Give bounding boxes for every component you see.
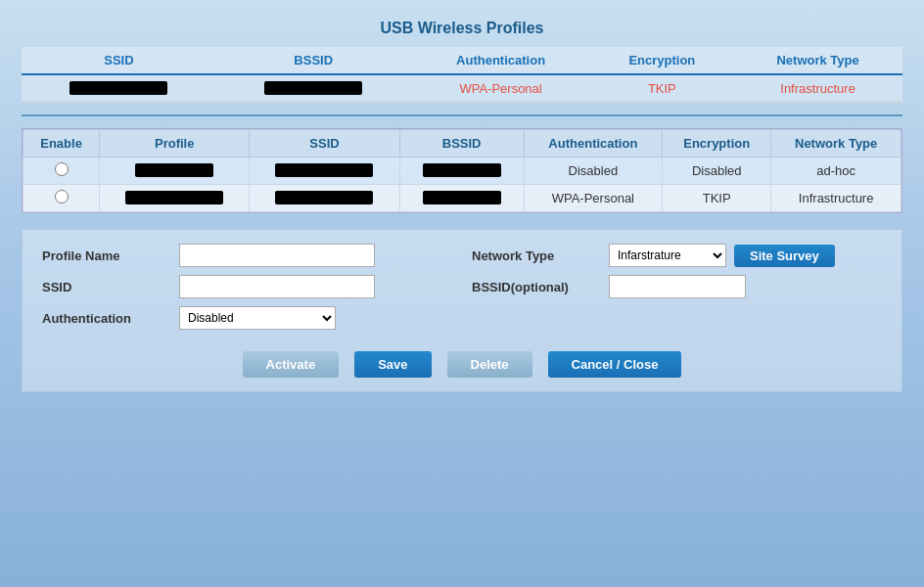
ssid-label: SSID [42,280,169,294]
col-authentication: Authentication [524,130,662,158]
delete-button[interactable]: Delete [447,351,532,378]
button-row: Activate Save Delete Cancel / Close [42,351,882,378]
bssid-blocked-1 [423,163,501,177]
auth-cell-2: WPA-Personal [524,185,662,212]
col-encryption: Encryption [663,130,771,158]
table-row: WPA-Personal TKIP Infrastructure [23,185,901,212]
summary-col-auth: Authentication [411,47,591,74]
save-button[interactable]: Save [354,351,431,378]
bssid-row: BSSID(optional) [472,275,882,298]
network-type-label: Network Type [472,248,599,263]
col-network-type: Network Type [771,130,901,158]
ssid-blocked [69,81,167,95]
authentication-label: Authentication [42,311,169,326]
summary-ssid [22,74,216,103]
profile-name-input[interactable] [179,244,375,267]
profile-table-header: Enable Profile SSID BSSID Authentication… [23,130,901,158]
network-type-row: Network Type Infarstrature Ad-Hoc Site S… [472,244,882,267]
summary-network-type: Infrastructure [733,74,902,103]
profile-table: Enable Profile SSID BSSID Authentication… [23,129,901,212]
left-form-col: Profile Name SSID Authentication Disable… [42,244,452,338]
summary-row: WPA-Personal TKIP Infrastructure [22,74,902,103]
enc-cell-1: Disabled [663,158,771,185]
col-ssid: SSID [250,130,399,158]
ssid-input[interactable] [179,275,375,298]
summary-col-nettype: Network Type [733,47,902,74]
form-section: Profile Name SSID Authentication Disable… [22,229,902,392]
radio-row1[interactable] [55,162,69,176]
profile-section: Enable Profile SSID BSSID Authentication… [22,128,902,213]
bssid-optional-label: BSSID(optional) [472,280,599,294]
right-form-col: Network Type Infarstrature Ad-Hoc Site S… [472,244,882,338]
activate-button[interactable]: Activate [243,351,340,378]
profile-blocked-2 [125,191,223,204]
profile-cell-2 [100,185,250,212]
ssid-blocked-2 [275,191,373,204]
bssid-cell-2 [399,185,524,212]
enc-cell-2: TKIP [663,185,771,212]
nettype-cell-2: Infrastructure [771,185,901,212]
auth-row: Authentication Disabled WPA-Personal WPA… [42,306,452,330]
network-type-controls: Infarstrature Ad-Hoc Site Survey [609,244,835,267]
profile-cell-1 [100,158,250,185]
profile-name-row: Profile Name [42,244,452,267]
col-profile: Profile [100,130,250,158]
site-survey-button[interactable]: Site Survey [734,245,835,267]
nettype-cell-1: ad-hoc [771,158,901,185]
profile-name-label: Profile Name [42,248,169,263]
table-row: Disabled Disabled ad-hoc [23,158,901,185]
summary-bssid [216,74,411,103]
col-enable: Enable [23,130,100,158]
ssid-cell-2 [250,185,399,212]
auth-cell-1: Disabled [524,158,662,185]
cancel-close-button[interactable]: Cancel / Close [548,351,682,378]
ssid-cell-1 [250,158,399,185]
divider [22,114,902,116]
summary-table: SSID BSSID Authentication Encryption Net… [22,47,902,103]
summary-col-enc: Encryption [591,47,734,74]
bssid-blocked-2 [423,191,501,204]
page-title: USB Wireless Profiles [22,20,902,37]
col-bssid: BSSID [399,130,524,158]
main-container: USB Wireless Profiles SSID BSSID Authent… [22,20,902,392]
summary-col-ssid: SSID [22,47,216,74]
ssid-row: SSID [42,275,452,298]
summary-encryption: TKIP [591,74,734,103]
enable-cell-2 [23,185,100,212]
summary-authentication: WPA-Personal [411,74,591,103]
radio-row2[interactable] [55,190,69,203]
bssid-cell-1 [399,158,524,185]
bssid-optional-input[interactable] [609,275,746,298]
network-type-select[interactable]: Infarstrature Ad-Hoc [609,244,726,267]
summary-col-bssid: BSSID [216,47,411,74]
bssid-blocked [264,81,362,95]
enable-cell-1 [23,158,100,185]
profile-blocked-1 [135,163,213,177]
ssid-blocked-1 [275,163,373,177]
authentication-select[interactable]: Disabled WPA-Personal WPA2-Personal WPA-… [179,306,336,330]
